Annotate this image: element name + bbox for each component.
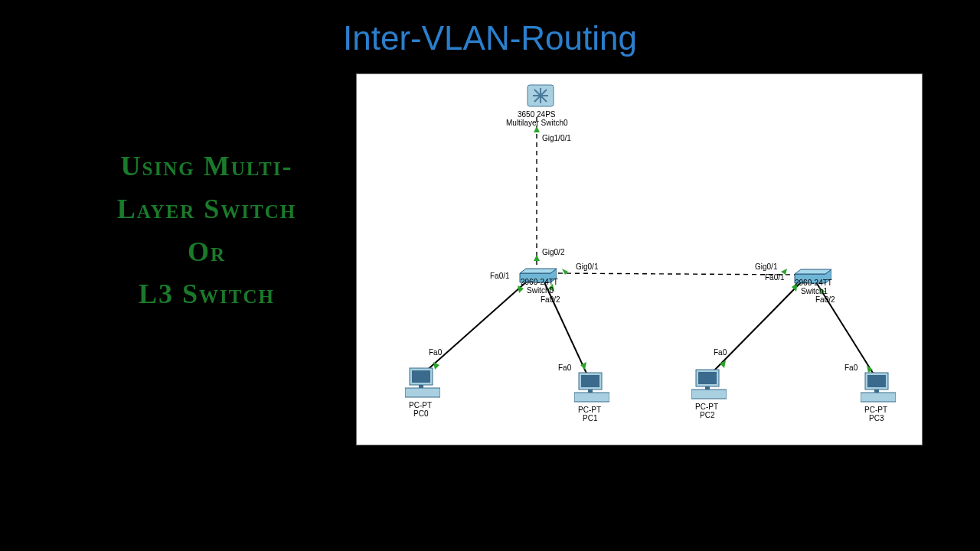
pc1-model-label: PC-PT [578, 406, 601, 414]
svg-rect-34 [419, 385, 423, 388]
sw0-fa01-label: Fa0/1 [490, 272, 510, 280]
mls-name-label: Multilayer Switch0 [506, 119, 568, 127]
sw0-model-label: 2960-24TT [521, 278, 558, 286]
pc1[interactable] [574, 371, 609, 406]
multilayer-switch-icon [524, 82, 557, 109]
pc0[interactable] [405, 367, 440, 402]
page-title: Inter-VLAN-Routing [0, 19, 980, 57]
pc2[interactable] [691, 368, 727, 403]
svg-line-4 [710, 282, 801, 374]
svg-rect-32 [412, 370, 430, 383]
subtitle-line-1: Using Multi- [121, 151, 293, 181]
pc0-name-label: PC0 [413, 409, 428, 418]
svg-marker-6 [534, 126, 540, 132]
pc0-port-label: Fa0 [429, 348, 442, 357]
pc-icon [574, 371, 609, 405]
sw0-up-port-label: Gig0/2 [542, 248, 564, 256]
svg-rect-33 [405, 388, 440, 397]
network-diagram: 3650 24PS Multilayer Switch0 Gig1/0/1 Gi… [356, 73, 923, 445]
sw1-fa02-label: Fa0/2 [815, 295, 835, 304]
subtitle-line-3: Or [188, 236, 226, 267]
pc-icon [861, 371, 896, 405]
pc1-port-label: Fa0 [558, 364, 571, 372]
svg-rect-41 [691, 390, 727, 399]
sw0-right-port-label: Gig0/1 [576, 262, 598, 271]
pc3[interactable] [861, 371, 896, 406]
pc-icon [691, 368, 727, 402]
subtitle-block: Using Multi- Layer Switch Or L3 Switch [73, 145, 341, 316]
svg-marker-30 [795, 269, 831, 274]
pc0-model-label: PC-PT [409, 401, 432, 409]
svg-marker-28 [520, 269, 557, 273]
mls-port-label: Gig1/0/1 [542, 134, 571, 142]
pc3-name-label: PC3 [869, 414, 884, 422]
mls-model-label: 3650 24PS [518, 110, 556, 119]
pc1-name-label: PC1 [583, 414, 597, 422]
svg-rect-37 [574, 393, 609, 402]
pc2-port-label: Fa0 [714, 348, 727, 357]
svg-line-2 [424, 281, 528, 373]
sw1-model-label: 2960-24TT [795, 279, 832, 287]
pc3-port-label: Fa0 [844, 364, 858, 372]
svg-line-1 [550, 273, 801, 275]
svg-rect-44 [867, 375, 886, 387]
svg-rect-45 [861, 393, 896, 402]
pc-icon [405, 367, 440, 400]
sw0-name-label: Switch0 [527, 286, 554, 295]
sw1-left-port-label: Gig0/1 [755, 262, 777, 271]
svg-rect-38 [588, 390, 593, 393]
pc2-name-label: PC2 [700, 411, 714, 419]
svg-marker-7 [534, 255, 540, 261]
sw0-fa02-label: Fa0/2 [541, 295, 560, 304]
sw1-name-label: Switch1 [801, 287, 828, 295]
svg-rect-42 [705, 386, 710, 390]
sw1-fa01-label: Fa0/1 [765, 273, 785, 282]
subtitle-line-2: Layer Switch [117, 194, 296, 224]
subtitle-line-4: L3 Switch [139, 279, 275, 309]
multilayer-switch[interactable] [518, 82, 564, 109]
svg-rect-36 [581, 375, 599, 387]
svg-rect-46 [874, 390, 879, 393]
pc2-model-label: PC-PT [695, 403, 718, 411]
pc3-model-label: PC-PT [864, 406, 887, 414]
topology-links [357, 74, 923, 446]
svg-rect-40 [698, 372, 717, 384]
